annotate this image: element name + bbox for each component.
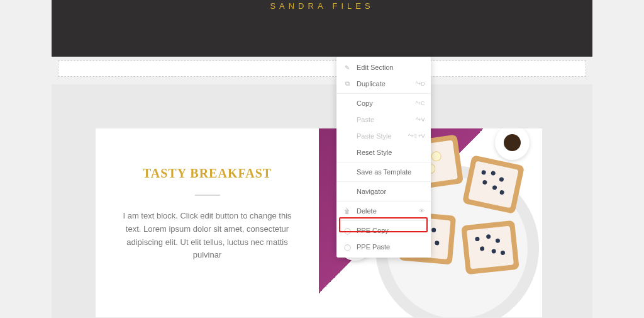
menu-ppe-copy[interactable]: ◯ PPE Copy [336, 222, 431, 239]
heading-divider [195, 195, 220, 196]
site-title: SANDRA FILES [270, 1, 374, 11]
toast-icon [461, 220, 519, 275]
menu-label: Save as Template [357, 168, 425, 176]
card-heading: TASTY BREAKFAST [118, 166, 297, 181]
blank-icon [343, 187, 352, 196]
trash-icon: 🗑 [343, 207, 352, 215]
menu-label: Edit Section [357, 64, 425, 71]
menu-copy[interactable]: Copy ^+C [336, 95, 431, 111]
eye-icon: 👁 [419, 208, 425, 214]
menu-label: Duplicate [357, 80, 416, 88]
menu-reset-style[interactable]: Reset Style [336, 144, 431, 161]
copy-icon: ⧉ [343, 79, 352, 88]
menu-paste-style: Paste Style ^+⇧+V [336, 128, 431, 144]
menu-label: Paste [357, 116, 416, 123]
menu-label: Reset Style [357, 149, 425, 156]
menu-save-template[interactable]: Save as Template [336, 164, 431, 180]
card-body-text: I am text block. Click edit button to ch… [118, 210, 297, 262]
menu-shortcut: ^+V [416, 116, 425, 123]
menu-shortcut: ^+C [416, 100, 425, 106]
blank-icon [343, 168, 352, 176]
menu-label: Copy [357, 99, 416, 107]
menu-label: Paste Style [357, 132, 408, 140]
menu-paste: Paste ^+V [336, 111, 431, 128]
menu-separator [336, 201, 431, 202]
menu-navigator[interactable]: Navigator [336, 183, 431, 200]
menu-shortcut: ^+D [416, 81, 425, 87]
context-menu: ✎ Edit Section ⧉ Duplicate ^+D Copy ^+C … [336, 57, 431, 258]
menu-shortcut: ^+⇧+V [408, 133, 425, 139]
pencil-icon: ✎ [343, 63, 352, 72]
blank-icon [343, 99, 352, 108]
menu-delete[interactable]: 🗑 Delete 👁 [336, 203, 431, 219]
menu-edit-section[interactable]: ✎ Edit Section [336, 59, 431, 76]
menu-label: Delete [357, 207, 419, 215]
blank-icon [343, 148, 352, 157]
text-card[interactable]: TASTY BREAKFAST I am text block. Click e… [96, 128, 319, 317]
menu-ppe-paste[interactable]: ◯ PPE Paste [336, 239, 431, 255]
blank-icon [343, 132, 352, 140]
coffee-cup-icon [495, 128, 530, 160]
menu-separator [336, 93, 431, 94]
add-section-placeholder[interactable] [58, 60, 586, 77]
site-header: SANDRA FILES [52, 0, 592, 57]
clock-icon: ◯ [343, 226, 352, 235]
menu-duplicate[interactable]: ⧉ Duplicate ^+D [336, 76, 431, 92]
menu-separator [336, 181, 431, 182]
content-section: TASTY BREAKFAST I am text block. Click e… [52, 84, 592, 318]
blank-icon [343, 115, 352, 124]
menu-label: Navigator [357, 188, 425, 195]
clock-icon: ◯ [343, 242, 352, 251]
menu-separator [336, 162, 431, 162]
menu-label: PPE Paste [357, 243, 425, 251]
menu-separator [336, 220, 431, 221]
menu-label: PPE Copy [357, 227, 425, 234]
